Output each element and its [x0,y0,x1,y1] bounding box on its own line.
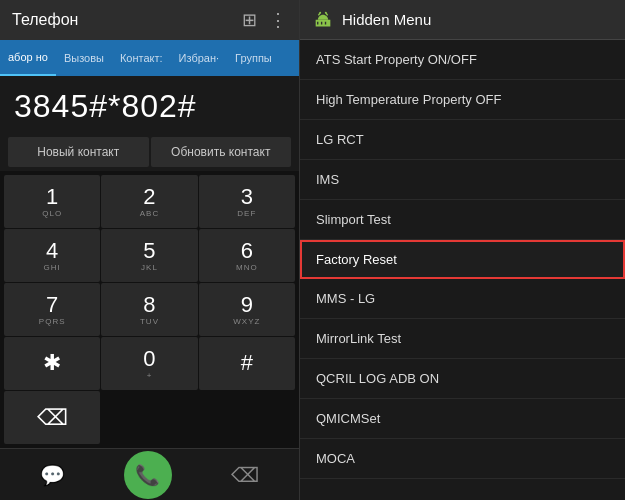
key-sub-label: QLO [42,209,62,218]
menu-item-high-temperature-property-off[interactable]: High Temperature Property OFF [300,80,625,120]
svg-line-3 [326,12,328,15]
menu-item-factory-reset[interactable]: Factory Reset [300,240,625,279]
tab-вызовы[interactable]: Вызовы [56,40,112,76]
tab-абор-но[interactable]: абор но [0,40,56,76]
key-main-label: 2 [143,186,155,208]
key-sub-label: WXYZ [233,317,260,326]
hidden-menu-title: Hidden Menu [342,11,431,28]
key-2[interactable]: 2ABC [101,175,197,228]
key-sub-label: GHI [44,263,61,272]
menu-item-moca[interactable]: MOCA [300,439,625,479]
bottom-bar: 💬 📞 ⌫ [0,448,299,500]
key-main-label: 6 [241,240,253,262]
key-sub-label: DEF [237,209,256,218]
key-9[interactable]: 9WXYZ [199,283,295,336]
menu-item-ims[interactable]: IMS [300,160,625,200]
hidden-menu-header: Hidden Menu [300,0,625,40]
key-6[interactable]: 6MNO [199,229,295,282]
key-sub-label: TUV [140,317,159,326]
key-3[interactable]: 3DEF [199,175,295,228]
android-icon [312,9,334,31]
key-main-label: 3 [241,186,253,208]
key-5[interactable]: 5JKL [101,229,197,282]
key-main-label: 7 [46,294,58,316]
menu-list: ATS Start Property ON/OFFHigh Temperatur… [300,40,625,500]
key-main-label: ✱ [43,352,61,374]
hidden-menu-panel: Hidden Menu ATS Start Property ON/OFFHig… [300,0,625,500]
menu-item-qmicmset[interactable]: QMICMSet [300,399,625,439]
key-main-label: 9 [241,294,253,316]
key-main-label: 0 [143,348,155,370]
menu-item-mms---lg[interactable]: MMS - LG [300,279,625,319]
action-buttons: Новый контакт Обновить контакт [0,133,299,171]
key-✱[interactable]: ✱ [4,337,100,390]
key-main-label: ⌫ [37,407,68,429]
key-main-label: 8 [143,294,155,316]
phone-app: Телефон ⊞ ⋮ абор ноВызовыКонтакт:Избран·… [0,0,300,500]
backspace-icon[interactable]: ⌫ [211,455,279,495]
key-8[interactable]: 8TUV [101,283,197,336]
key-sub-label: + [147,371,153,380]
dialer-display: 3845#*802# [0,76,299,133]
header-icons: ⊞ ⋮ [242,9,287,31]
menu-item-mirrorlink-test[interactable]: MirrorLink Test [300,319,625,359]
phone-header: Телефон ⊞ ⋮ [0,0,299,40]
key-7[interactable]: 7PQRS [4,283,100,336]
key-main-label: # [241,352,253,374]
tab-избран·[interactable]: Избран· [171,40,228,76]
menu-item-slimport-test[interactable]: Slimport Test [300,200,625,240]
update-contact-button[interactable]: Обновить контакт [151,137,292,167]
call-button[interactable]: 📞 [124,451,172,499]
dialer-number: 3845#*802# [14,88,197,125]
key-1[interactable]: 1QLO [4,175,100,228]
new-contact-button[interactable]: Новый контакт [8,137,149,167]
tab-контакт:[interactable]: Контакт: [112,40,171,76]
key-0[interactable]: 0+ [101,337,197,390]
key-#[interactable]: # [199,337,295,390]
key-sub-label: PQRS [39,317,66,326]
keypad: 1QLO2ABC3DEF4GHI5JKL6MNO7PQRS8TUV9WXYZ✱0… [0,171,299,448]
phone-title: Телефон [12,11,78,29]
key-sub-label: ABC [140,209,159,218]
key-sub-label: MNO [236,263,258,272]
key-main-label: 1 [46,186,58,208]
menu-item-ats-start-property-on/off[interactable]: ATS Start Property ON/OFF [300,40,625,80]
messages-icon[interactable]: 💬 [20,455,85,495]
key-sub-label: JKL [141,263,158,272]
key-main-label: 5 [143,240,155,262]
grid-icon[interactable]: ⊞ [242,9,257,31]
svg-line-2 [318,12,320,15]
tabs-bar: абор ноВызовыКонтакт:Избран·Группы [0,40,299,76]
key-main-label: 4 [46,240,58,262]
menu-item-qcril-log-adb-on[interactable]: QCRIL LOG ADB ON [300,359,625,399]
menu-item-lg-rct[interactable]: LG RCT [300,120,625,160]
key-4[interactable]: 4GHI [4,229,100,282]
tab-группы[interactable]: Группы [227,40,280,76]
key-backspace[interactable]: ⌫ [4,391,100,444]
more-icon[interactable]: ⋮ [269,9,287,31]
